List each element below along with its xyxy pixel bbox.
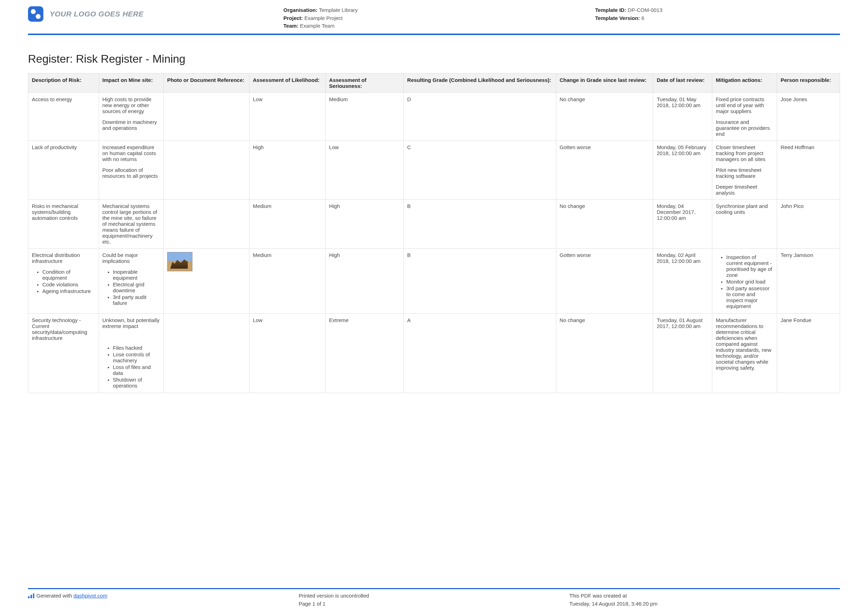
footer-right: This PDF was created at Tuesday, 14 Augu… (569, 592, 840, 608)
table-row: Risks in mechanical systems/building aut… (28, 199, 840, 248)
table-cell: A (403, 313, 556, 393)
table-cell: High (326, 248, 403, 313)
table-cell: Mechanical systems control large portion… (99, 199, 163, 248)
table-cell: Access to energy (28, 92, 99, 140)
footer-left: Generated with dashpivot.com (28, 592, 299, 608)
footer-mid: Printed version is uncontrolled Page 1 o… (299, 592, 570, 608)
col-header: Impact on Mine site: (99, 73, 163, 92)
table-cell: Risks in mechanical systems/building aut… (28, 199, 99, 248)
table-cell: Jane Fondue (777, 313, 840, 393)
table-cell: Low (249, 92, 326, 140)
table-cell: Jose Jones (777, 92, 840, 140)
table-cell: B (403, 248, 556, 313)
table-cell: Tuesday, 01 May 2018, 12:00:00 am (653, 92, 712, 140)
col-header: Person responsible: (777, 73, 840, 92)
table-cell: Synchronise plant and cooling units (712, 199, 777, 248)
table-cell: Terry Jamison (777, 248, 840, 313)
table-cell (163, 92, 249, 140)
table-row: Security technology - Current security/d… (28, 313, 840, 393)
table-cell: High (326, 199, 403, 248)
created-at-value: Tuesday, 14 August 2018, 3:46:20 pm (569, 600, 840, 608)
table-cell: Security technology - Current security/d… (28, 313, 99, 393)
table-cell: Reed Hoffman (777, 140, 840, 199)
logo-block: YOUR LOGO GOES HERE (28, 6, 284, 22)
uncontrolled-note: Printed version is uncontrolled (299, 592, 570, 600)
table-cell: Increased expenditure on human capital c… (99, 140, 163, 199)
col-header: Photo or Document Reference: (163, 73, 249, 92)
table-cell: John Pico (777, 199, 840, 248)
col-header: Mitigation actions: (712, 73, 777, 92)
org-label: Organisation: (284, 7, 318, 13)
page-of: Page 1 of 1 (299, 600, 570, 608)
table-cell (163, 313, 249, 393)
col-header: Assessment of Seriousness: (326, 73, 403, 92)
col-header: Resulting Grade (Combined Likelihood and… (403, 73, 556, 92)
table-cell: Electrical distribution infrastructureCo… (28, 248, 99, 313)
table-cell: No change (556, 313, 653, 393)
table-cell (163, 199, 249, 248)
table-cell: High costs to provide new energy or othe… (99, 92, 163, 140)
logo-text: YOUR LOGO GOES HERE (50, 10, 144, 18)
table-cell: Tuesday, 01 August 2017, 12:00:00 am (653, 313, 712, 393)
project-label: Project: (284, 15, 303, 21)
table-cell: Monday, 02 April 2018, 12:00:00 am (653, 248, 712, 313)
chart-icon (28, 593, 34, 598)
col-header: Change in Grade since last review: (556, 73, 653, 92)
table-head: Description of Risk:Impact on Mine site:… (28, 73, 840, 92)
table-cell: Manufacturer recommendations to determin… (712, 313, 777, 393)
team-value: Example Team (300, 23, 335, 29)
table-cell: High (249, 140, 326, 199)
project-value: Example Project (304, 15, 343, 21)
dashpivot-link[interactable]: dashpivot.com (73, 593, 107, 598)
table-cell (163, 248, 249, 313)
table-cell: Could be major implicationsInoperable eq… (99, 248, 163, 313)
meta-left: Organisation: Template Library Project: … (284, 6, 595, 30)
table-cell: Monday, 04 December 2017, 12:00:00 am (653, 199, 712, 248)
table-cell (163, 140, 249, 199)
table-cell: B (403, 199, 556, 248)
table-cell: Unknown, but potentially extreme impact … (99, 313, 163, 393)
meta-right: Template ID: DP-COM-0013 Template Versio… (595, 6, 840, 22)
col-header: Date of last review: (653, 73, 712, 92)
risk-table: Description of Risk:Impact on Mine site:… (28, 73, 840, 393)
org-value: Template Library (319, 7, 358, 13)
table-cell: Gotten worse (556, 140, 653, 199)
table-body: Access to energyHigh costs to provide ne… (28, 92, 840, 393)
col-header: Assessment of Likelihood: (249, 73, 326, 92)
table-row: Lack of productivityIncreased expenditur… (28, 140, 840, 199)
table-cell: No change (556, 92, 653, 140)
doc-header: YOUR LOGO GOES HERE Organisation: Templa… (28, 6, 840, 35)
table-cell: Low (326, 140, 403, 199)
logo-icon (28, 6, 43, 22)
table-cell: D (403, 92, 556, 140)
table-cell: Inspection of current equipment - priori… (712, 248, 777, 313)
tid-value: DP-COM-0013 (628, 7, 662, 13)
page: YOUR LOGO GOES HERE Organisation: Templa… (0, 0, 868, 614)
team-label: Team: (284, 23, 298, 29)
table-cell: C (403, 140, 556, 199)
tver-value: 6 (641, 15, 644, 21)
col-header: Description of Risk: (28, 73, 99, 92)
table-cell: Extreme (326, 313, 403, 393)
table-cell: Medium (326, 92, 403, 140)
table-cell: Lack of productivity (28, 140, 99, 199)
page-title: Register: Risk Register - Mining (28, 53, 840, 65)
table-cell: Closer timesheet tracking from project m… (712, 140, 777, 199)
table-row: Electrical distribution infrastructureCo… (28, 248, 840, 313)
doc-footer: Generated with dashpivot.com Printed ver… (28, 588, 840, 608)
created-at-label: This PDF was created at (569, 592, 840, 600)
table-cell: Medium (249, 199, 326, 248)
table-cell: Fixed price contracts until end of year … (712, 92, 777, 140)
table-cell: Gotten worse (556, 248, 653, 313)
table-cell: Low (249, 313, 326, 393)
tver-label: Template Version: (595, 15, 640, 21)
generated-prefix: Generated with (36, 593, 73, 598)
table-cell: No change (556, 199, 653, 248)
table-cell: Monday, 05 February 2018, 12:00:00 am (653, 140, 712, 199)
table-row: Access to energyHigh costs to provide ne… (28, 92, 840, 140)
photo-thumb (167, 252, 192, 271)
tid-label: Template ID: (595, 7, 626, 13)
table-cell: Medium (249, 248, 326, 313)
